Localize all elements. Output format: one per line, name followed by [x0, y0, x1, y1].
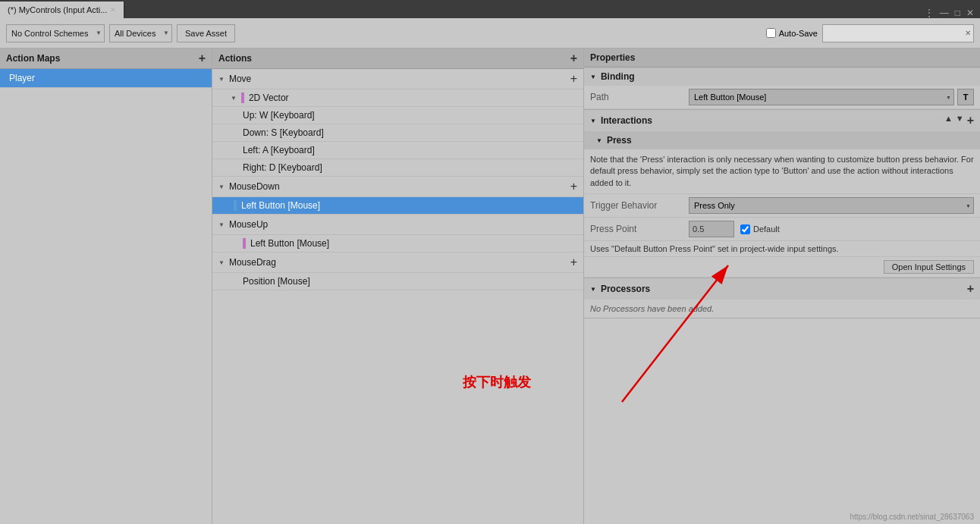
binding-left-a[interactable]: Left: A [Keyboard]: [212, 142, 583, 159]
search-clear-icon[interactable]: ✕: [965, 29, 971, 37]
toolbar: No Control Schemes ▼ All Devices ▼ Save …: [0, 18, 980, 49]
interactions-add-button[interactable]: +: [967, 114, 974, 127]
default-label: Default: [753, 224, 780, 234]
open-settings-row: Open Input Settings: [584, 257, 980, 278]
move-label: Move: [229, 74, 251, 84]
action-group-mousedrag[interactable]: ▼ MouseDrag +: [212, 253, 583, 273]
mousedown-label: MouseDown: [229, 181, 280, 192]
map-item-label: Player: [9, 73, 35, 83]
interactions-up-button[interactable]: ▲: [944, 114, 953, 127]
search-wrapper: ✕: [822, 24, 974, 42]
mouseup-left-label: Left Button [Mouse]: [250, 238, 329, 249]
binding-position-mouse[interactable]: Position [Mouse]: [212, 273, 583, 290]
auto-save-label: Auto-Save: [779, 29, 818, 38]
actions-panel: Actions + ▼ Move + ▼ 2D Vector Up: W [Ke…: [212, 49, 584, 524]
tab-strip: (*) MyControls (Input Acti... ✕ ⋮ — □ ✕: [0, 0, 980, 18]
default-checkbox[interactable]: [740, 224, 750, 234]
action-maps-add-button[interactable]: +: [199, 52, 206, 64]
main-tab[interactable]: (*) MyControls (Input Acti... ✕: [0, 2, 124, 18]
path-t-button[interactable]: T: [957, 89, 974, 105]
auto-save-checkbox[interactable]: [766, 28, 776, 38]
press-triangle-icon: ▼: [596, 137, 602, 144]
binding-section-label: Binding: [601, 71, 635, 82]
mouseup-triangle-icon: ▼: [218, 221, 225, 228]
control-schemes-select[interactable]: No Control Schemes: [6, 24, 105, 42]
press-point-input[interactable]: [689, 221, 734, 237]
binding-section: ▼ Binding Path Left Button [Mouse] ▼ T: [584, 67, 980, 110]
binding-up-w[interactable]: Up: W [Keyboard]: [212, 107, 583, 124]
all-devices-select[interactable]: All Devices: [109, 24, 172, 42]
interactions-section-label: Interactions: [601, 115, 652, 126]
tab-close-icon[interactable]: ✕: [110, 6, 116, 14]
processors-triangle-icon: ▼: [590, 286, 596, 293]
processors-add-button[interactable]: +: [967, 282, 974, 296]
action-map-item-player[interactable]: Player: [0, 69, 212, 88]
press-header[interactable]: ▼ Press: [584, 131, 980, 149]
mousedrag-add-button[interactable]: +: [570, 256, 577, 269]
move-add-button[interactable]: +: [570, 72, 577, 86]
press-subsection: ▼ Press Note that the 'Press' interactio…: [584, 131, 980, 278]
open-input-settings-button[interactable]: Open Input Settings: [884, 260, 974, 274]
path-label: Path: [590, 92, 689, 102]
actions-list: ▼ Move + ▼ 2D Vector Up: W [Keyboard] Do…: [212, 69, 583, 524]
trigger-behavior-value: Press Only ▼: [689, 197, 974, 214]
position-mouse-label: Position [Mouse]: [243, 276, 310, 287]
binding-left-button-mouse-active[interactable]: Left Button [Mouse]: [212, 197, 583, 215]
main-layout: Action Maps + Player Actions + ▼ Move + …: [0, 49, 980, 524]
properties-header: Properties: [584, 49, 980, 67]
path-row: Path Left Button [Mouse] ▼ T: [584, 86, 980, 109]
action-maps-list: Player: [0, 69, 212, 524]
tab-label: (*) MyControls (Input Acti...: [8, 5, 107, 14]
interactions-section: ▼ Interactions ▲ ▼ + ▼ Press Note that t…: [584, 110, 980, 278]
trigger-behavior-select[interactable]: Press Only: [689, 197, 974, 214]
action-group-mouseup[interactable]: ▼ MouseUp +: [212, 215, 583, 235]
window-maximize-icon[interactable]: □: [955, 8, 960, 18]
action-group-move[interactable]: ▼ Move +: [212, 69, 583, 89]
binding-right-d[interactable]: Right: D [Keyboard]: [212, 159, 583, 177]
path-select[interactable]: Left Button [Mouse]: [689, 89, 954, 105]
interactions-down-button[interactable]: ▼: [956, 114, 964, 127]
properties-panel: Properties ▼ Binding Path Left Button [M…: [584, 49, 980, 524]
search-input[interactable]: [822, 24, 974, 42]
no-processors-text: No Processors have been added.: [584, 300, 980, 318]
actions-title: Actions: [218, 53, 252, 64]
control-schemes-dropdown-wrapper[interactable]: No Control Schemes ▼: [6, 24, 105, 42]
action-maps-title: Action Maps: [6, 53, 60, 64]
window-minimize-icon[interactable]: —: [940, 8, 949, 18]
action-group-mousedown[interactable]: ▼ MouseDown +: [212, 177, 583, 197]
processors-header[interactable]: ▼ Processors +: [584, 278, 980, 300]
interactions-section-actions: ▲ ▼ +: [944, 114, 974, 127]
mousedrag-label: MouseDrag: [229, 257, 276, 268]
window-menu-icon[interactable]: ⋮: [925, 8, 934, 18]
trigger-behavior-label: Trigger Behavior: [590, 200, 689, 211]
mousedrag-triangle-icon: ▼: [218, 259, 225, 266]
action-maps-panel: Action Maps + Player: [0, 49, 212, 524]
binding-down-s-label: Down: S [Keyboard]: [243, 127, 324, 138]
binding-section-header[interactable]: ▼ Binding: [584, 67, 980, 86]
actions-add-button[interactable]: +: [570, 52, 577, 64]
binding-right-d-label: Right: D [Keyboard]: [243, 162, 322, 173]
trigger-behavior-row: Trigger Behavior Press Only ▼: [584, 194, 980, 218]
window-close-icon[interactable]: ✕: [966, 8, 974, 18]
binding-down-s[interactable]: Down: S [Keyboard]: [212, 124, 583, 142]
path-dropdown-wrapper[interactable]: Left Button [Mouse] ▼: [689, 89, 954, 105]
left-button-mouse-color-bar: [234, 200, 237, 211]
left-button-mouse-label: Left Button [Mouse]: [241, 200, 320, 211]
default-checkbox-label: Default: [740, 224, 780, 234]
auto-save-wrapper: Auto-Save: [766, 28, 818, 38]
binding-up-w-label: Up: W [Keyboard]: [243, 110, 315, 121]
subgroup-2d-vector[interactable]: ▼ 2D Vector: [212, 89, 583, 107]
press-point-row: Press Point Default: [584, 218, 980, 241]
interactions-section-header[interactable]: ▼ Interactions ▲ ▼ +: [584, 110, 980, 131]
binding-mouseup-left[interactable]: Left Button [Mouse]: [212, 235, 583, 253]
2dvector-triangle-icon: ▼: [231, 95, 237, 102]
2dvector-color-bar: [241, 93, 244, 103]
mousedown-add-button[interactable]: +: [570, 180, 577, 193]
press-label: Press: [607, 135, 632, 146]
actions-header: Actions +: [212, 49, 583, 69]
press-point-note: Uses "Default Button Press Point" set in…: [584, 241, 980, 257]
binding-triangle-icon: ▼: [590, 74, 596, 80]
save-asset-button[interactable]: Save Asset: [177, 24, 235, 42]
all-devices-dropdown-wrapper[interactable]: All Devices ▼: [109, 24, 172, 42]
trigger-behavior-dropdown-wrapper[interactable]: Press Only ▼: [689, 197, 974, 214]
